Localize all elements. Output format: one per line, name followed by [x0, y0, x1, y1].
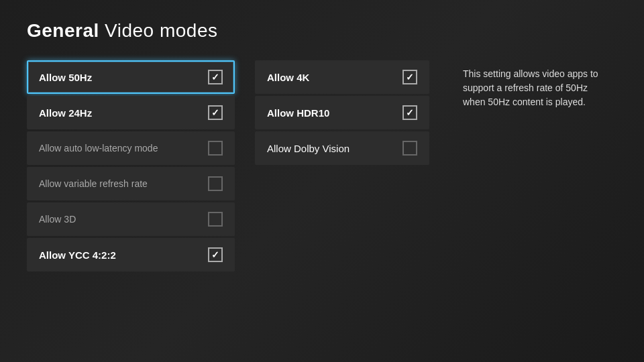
right-column: Allow 4KAllow HDR10Allow Dolby Vision — [255, 60, 429, 274]
checkbox-allow-auto-low-latency[interactable] — [208, 141, 223, 156]
checkbox-allow-4k[interactable] — [402, 70, 417, 84]
setting-label-allow-auto-low-latency: Allow auto low-latency mode — [39, 143, 158, 154]
setting-label-allow-24hz: Allow 24Hz — [39, 107, 92, 119]
setting-label-allow-3d: Allow 3D — [39, 214, 76, 225]
setting-label-allow-variable-refresh: Allow variable refresh rate — [39, 178, 148, 189]
checkbox-allow-hdr10[interactable] — [402, 105, 417, 120]
checkbox-allow-ycc[interactable] — [208, 247, 223, 262]
setting-item-allow-variable-refresh[interactable]: Allow variable refresh rate — [27, 167, 235, 200]
content-area: Allow 50HzAllow 24HzAllow auto low-laten… — [27, 60, 617, 274]
setting-item-allow-auto-low-latency[interactable]: Allow auto low-latency mode — [27, 131, 235, 165]
page-title-bold: General — [27, 20, 99, 41]
page-title-light: Video modes — [105, 20, 217, 41]
setting-label-allow-ycc: Allow YCC 4:2:2 — [39, 249, 116, 261]
checkbox-allow-24hz[interactable] — [208, 105, 223, 120]
checkbox-allow-variable-refresh[interactable] — [208, 176, 223, 191]
settings-page: General Video modes Allow 50HzAllow 24Hz… — [0, 0, 644, 362]
setting-item-allow-ycc[interactable]: Allow YCC 4:2:2 — [27, 238, 235, 272]
setting-item-allow-hdr10[interactable]: Allow HDR10 — [255, 96, 429, 129]
setting-label-allow-4k: Allow 4K — [267, 72, 309, 83]
setting-item-allow-24hz[interactable]: Allow 24Hz — [27, 96, 235, 129]
checkbox-allow-3d[interactable] — [208, 212, 223, 227]
setting-item-allow-4k[interactable]: Allow 4K — [255, 60, 429, 94]
info-text: This setting allows video apps to suppor… — [463, 68, 598, 107]
page-title: General Video modes — [27, 20, 617, 42]
left-column: Allow 50HzAllow 24HzAllow auto low-laten… — [27, 60, 235, 274]
setting-label-allow-dolby-vision: Allow Dolby Vision — [267, 143, 350, 154]
checkbox-allow-50hz[interactable] — [208, 70, 223, 84]
setting-item-allow-3d[interactable]: Allow 3D — [27, 202, 235, 236]
setting-item-allow-50hz[interactable]: Allow 50Hz — [27, 60, 235, 94]
info-panel: This setting allows video apps to suppor… — [449, 60, 617, 274]
checkbox-allow-dolby-vision[interactable] — [402, 141, 417, 156]
setting-label-allow-50hz: Allow 50Hz — [39, 72, 92, 83]
setting-item-allow-dolby-vision[interactable]: Allow Dolby Vision — [255, 131, 429, 165]
setting-label-allow-hdr10: Allow HDR10 — [267, 107, 329, 119]
